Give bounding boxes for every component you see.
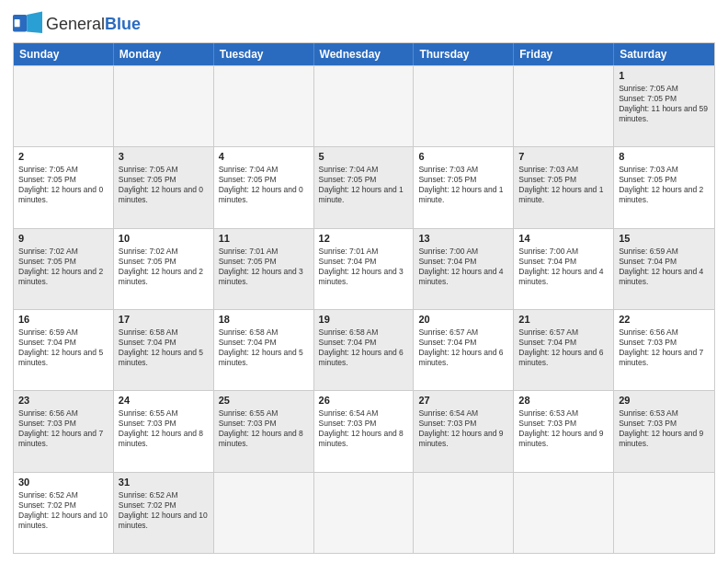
header: GeneralBlue: [13, 11, 715, 37]
day-number: 21: [518, 313, 609, 327]
day-number: 7: [518, 150, 609, 164]
day-info: Sunrise: 7:00 AM Sunset: 7:04 PM Dayligh…: [418, 247, 508, 287]
calendar-cell-day-9: 9Sunrise: 7:02 AM Sunset: 7:05 PM Daylig…: [14, 229, 114, 309]
day-number: 22: [619, 313, 710, 327]
logo-icon: [13, 11, 42, 37]
logo: GeneralBlue: [13, 11, 141, 37]
day-info: Sunrise: 7:03 AM Sunset: 7:05 PM Dayligh…: [518, 165, 609, 205]
day-info: Sunrise: 7:05 AM Sunset: 7:05 PM Dayligh…: [119, 165, 209, 205]
calendar-cell-empty: [614, 473, 714, 553]
day-info: Sunrise: 6:59 AM Sunset: 7:04 PM Dayligh…: [619, 247, 710, 287]
calendar-cell-empty: [314, 473, 415, 553]
day-info: Sunrise: 7:03 AM Sunset: 7:05 PM Dayligh…: [619, 165, 710, 205]
calendar-row-1: 1Sunrise: 7:05 AM Sunset: 7:05 PM Daylig…: [14, 65, 714, 146]
day-info: Sunrise: 6:52 AM Sunset: 7:02 PM Dayligh…: [119, 490, 209, 531]
day-info: Sunrise: 6:58 AM Sunset: 7:04 PM Dayligh…: [319, 327, 409, 368]
day-info: Sunrise: 7:01 AM Sunset: 7:04 PM Dayligh…: [319, 247, 409, 287]
svg-rect-2: [15, 19, 20, 27]
day-info: Sunrise: 6:59 AM Sunset: 7:04 PM Dayligh…: [18, 327, 108, 368]
calendar-cell-day-5: 5Sunrise: 7:04 AM Sunset: 7:05 PM Daylig…: [314, 147, 415, 227]
calendar-cell-day-30: 30Sunrise: 6:52 AM Sunset: 7:02 PM Dayli…: [14, 473, 114, 553]
day-number: 8: [619, 150, 710, 164]
calendar-cell-day-18: 18Sunrise: 6:58 AM Sunset: 7:04 PM Dayli…: [214, 310, 314, 390]
day-number: 20: [418, 313, 508, 327]
calendar-cell-empty: [214, 66, 314, 146]
calendar-cell-day-13: 13Sunrise: 7:00 AM Sunset: 7:04 PM Dayli…: [414, 229, 514, 309]
calendar-cell-empty: [214, 473, 314, 553]
page: GeneralBlue SundayMondayTuesdayWednesday…: [0, 0, 728, 563]
day-number: 2: [18, 150, 108, 164]
calendar-cell-empty: [414, 473, 514, 553]
day-info: Sunrise: 7:05 AM Sunset: 7:05 PM Dayligh…: [18, 165, 108, 205]
weekday-header-saturday: Saturday: [614, 43, 714, 65]
logo-text: GeneralBlue: [46, 15, 141, 34]
calendar-cell-day-31: 31Sunrise: 6:52 AM Sunset: 7:02 PM Dayli…: [114, 473, 214, 553]
calendar-cell-empty: [514, 66, 614, 146]
calendar-cell-day-4: 4Sunrise: 7:04 AM Sunset: 7:05 PM Daylig…: [214, 147, 314, 227]
day-info: Sunrise: 7:04 AM Sunset: 7:05 PM Dayligh…: [319, 165, 409, 205]
day-info: Sunrise: 6:58 AM Sunset: 7:04 PM Dayligh…: [119, 327, 209, 368]
day-number: 30: [18, 476, 108, 489]
day-info: Sunrise: 6:56 AM Sunset: 7:03 PM Dayligh…: [619, 327, 710, 368]
day-number: 24: [119, 394, 209, 408]
weekday-header-sunday: Sunday: [14, 43, 114, 65]
weekday-header-thursday: Thursday: [414, 43, 514, 65]
calendar-cell-day-17: 17Sunrise: 6:58 AM Sunset: 7:04 PM Dayli…: [114, 310, 214, 390]
day-number: 5: [319, 150, 409, 164]
weekday-header-tuesday: Tuesday: [214, 43, 314, 65]
calendar-cell-day-1: 1Sunrise: 7:05 AM Sunset: 7:05 PM Daylig…: [614, 66, 714, 146]
weekday-header-wednesday: Wednesday: [314, 43, 415, 65]
day-number: 4: [219, 150, 309, 164]
day-number: 16: [18, 313, 108, 327]
calendar: SundayMondayTuesdayWednesdayThursdayFrid…: [13, 42, 715, 554]
calendar-cell-empty: [314, 66, 415, 146]
day-number: 17: [119, 313, 209, 327]
day-number: 15: [619, 232, 710, 246]
day-number: 3: [119, 150, 209, 164]
calendar-body: 1Sunrise: 7:05 AM Sunset: 7:05 PM Daylig…: [14, 65, 714, 553]
calendar-row-3: 9Sunrise: 7:02 AM Sunset: 7:05 PM Daylig…: [14, 228, 714, 309]
day-info: Sunrise: 7:03 AM Sunset: 7:05 PM Dayligh…: [418, 165, 508, 205]
day-number: 23: [18, 394, 108, 408]
day-number: 6: [418, 150, 508, 164]
day-number: 27: [418, 394, 508, 408]
calendar-row-6: 30Sunrise: 6:52 AM Sunset: 7:02 PM Dayli…: [14, 472, 714, 553]
day-info: Sunrise: 7:01 AM Sunset: 7:05 PM Dayligh…: [219, 247, 309, 287]
calendar-cell-day-29: 29Sunrise: 6:53 AM Sunset: 7:03 PM Dayli…: [614, 391, 714, 471]
day-number: 26: [319, 394, 409, 408]
day-number: 29: [619, 394, 710, 408]
day-number: 12: [319, 232, 409, 246]
day-number: 25: [219, 394, 309, 408]
calendar-cell-day-21: 21Sunrise: 6:57 AM Sunset: 7:04 PM Dayli…: [514, 310, 614, 390]
calendar-cell-empty: [114, 66, 214, 146]
day-info: Sunrise: 6:57 AM Sunset: 7:04 PM Dayligh…: [518, 327, 609, 368]
day-info: Sunrise: 7:02 AM Sunset: 7:05 PM Dayligh…: [119, 247, 209, 287]
calendar-cell-empty: [414, 66, 514, 146]
day-info: Sunrise: 6:55 AM Sunset: 7:03 PM Dayligh…: [219, 408, 309, 449]
day-info: Sunrise: 6:54 AM Sunset: 7:03 PM Dayligh…: [418, 408, 508, 449]
day-info: Sunrise: 7:00 AM Sunset: 7:04 PM Dayligh…: [518, 247, 609, 287]
weekday-header-friday: Friday: [514, 43, 614, 65]
calendar-cell-day-6: 6Sunrise: 7:03 AM Sunset: 7:05 PM Daylig…: [414, 147, 514, 227]
calendar-cell-empty: [514, 473, 614, 553]
calendar-cell-day-16: 16Sunrise: 6:59 AM Sunset: 7:04 PM Dayli…: [14, 310, 114, 390]
day-info: Sunrise: 6:55 AM Sunset: 7:03 PM Dayligh…: [119, 408, 209, 449]
calendar-cell-day-27: 27Sunrise: 6:54 AM Sunset: 7:03 PM Dayli…: [414, 391, 514, 471]
calendar-cell-day-7: 7Sunrise: 7:03 AM Sunset: 7:05 PM Daylig…: [514, 147, 614, 227]
day-info: Sunrise: 6:54 AM Sunset: 7:03 PM Dayligh…: [319, 408, 409, 449]
calendar-cell-empty: [14, 66, 114, 146]
calendar-cell-day-22: 22Sunrise: 6:56 AM Sunset: 7:03 PM Dayli…: [614, 310, 714, 390]
day-info: Sunrise: 6:58 AM Sunset: 7:04 PM Dayligh…: [219, 327, 309, 368]
calendar-row-5: 23Sunrise: 6:56 AM Sunset: 7:03 PM Dayli…: [14, 390, 714, 471]
day-info: Sunrise: 6:53 AM Sunset: 7:03 PM Dayligh…: [619, 408, 710, 449]
calendar-cell-day-10: 10Sunrise: 7:02 AM Sunset: 7:05 PM Dayli…: [114, 229, 214, 309]
calendar-cell-day-2: 2Sunrise: 7:05 AM Sunset: 7:05 PM Daylig…: [14, 147, 114, 227]
day-number: 10: [119, 232, 209, 246]
day-number: 11: [219, 232, 309, 246]
calendar-cell-day-24: 24Sunrise: 6:55 AM Sunset: 7:03 PM Dayli…: [114, 391, 214, 471]
calendar-cell-day-14: 14Sunrise: 7:00 AM Sunset: 7:04 PM Dayli…: [514, 229, 614, 309]
day-info: Sunrise: 7:05 AM Sunset: 7:05 PM Dayligh…: [619, 84, 710, 124]
calendar-cell-day-26: 26Sunrise: 6:54 AM Sunset: 7:03 PM Dayli…: [314, 391, 415, 471]
calendar-cell-day-12: 12Sunrise: 7:01 AM Sunset: 7:04 PM Dayli…: [314, 229, 415, 309]
svg-marker-1: [27, 12, 42, 34]
